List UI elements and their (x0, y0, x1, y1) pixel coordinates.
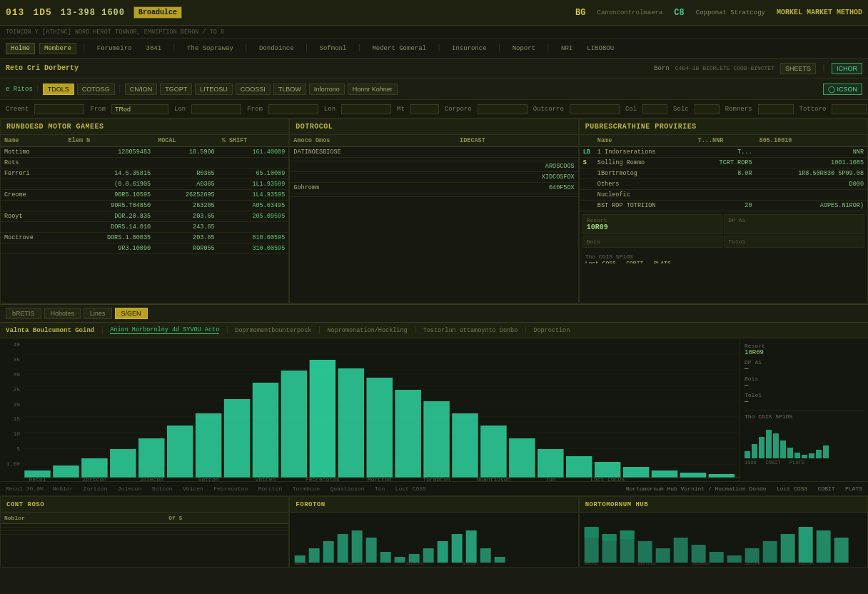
svg-text:Vbicen: Vbicen (256, 477, 276, 481)
svg-text:Zortcon: Zortcon (637, 561, 656, 566)
svg-rect-91 (798, 527, 812, 563)
nav-nri[interactable]: NRI (556, 43, 577, 54)
chart-stat3: Bois — (745, 376, 864, 389)
y-15: 15 (3, 416, 20, 422)
toolbar-btn-cotosg[interactable]: COTOSG (77, 84, 115, 95)
filter-tottoro-input[interactable] (832, 104, 867, 114)
toolbar-btn-coossi[interactable]: COOSSI (236, 84, 271, 95)
chart-label2[interactable]: Doprmomentbounterposk (235, 327, 311, 334)
born-label: Born (654, 65, 670, 72)
stat-resort: Resort 10R09 (582, 214, 723, 234)
bottom-tab-lines[interactable]: Lines (84, 308, 112, 319)
toolbar-btn-cnion[interactable]: CN/ION (125, 84, 158, 95)
filter-corporo-input[interactable] (478, 104, 528, 114)
filter-from2-input[interactable] (268, 104, 318, 114)
nav-sopraway[interactable]: The Sopraway (182, 43, 238, 54)
toolbar-btn-inform[interactable]: Inforrono (309, 84, 345, 95)
right-bottom-note: Tho COIS SP1OS Loct COSS COBIT PLATS (580, 251, 867, 263)
svg-text:Jolecon: Jolecon (405, 561, 424, 566)
svg-rect-10 (81, 458, 108, 478)
left-table-scroll[interactable]: Name Elem N MOCAL % SHIFT Mottimo1280594… (1, 135, 288, 254)
nav-sep7: | (498, 44, 502, 52)
svg-rect-53 (802, 455, 807, 458)
svg-text:Zortcon: Zortcon (348, 561, 367, 566)
bottom-tab-sgen[interactable]: S/GEN (115, 308, 148, 319)
svg-text:Morcton: Morcton (368, 477, 392, 481)
svg-rect-92 (816, 530, 830, 563)
svg-rect-56 (823, 446, 829, 458)
app-id: 013 (6, 7, 24, 18)
toolbar-btn-honnr[interactable]: Honnr Kohner (348, 84, 398, 95)
nav-noport[interactable]: Noport (508, 43, 540, 54)
bottom-left-table: Noblor Of S (1, 513, 288, 535)
svg-rect-20 (366, 378, 393, 478)
filter-romners-input[interactable] (758, 104, 794, 114)
toolbar-btn-tgopt[interactable]: TGOPT (160, 84, 192, 95)
toolbar-filter-label: e Ritos (6, 86, 33, 93)
table-row: LB 1 Indorserations T... NNR (580, 147, 867, 158)
right-table-scroll[interactable]: Name T...NNR 805.10010 LB 1 Indorseratio… (580, 135, 867, 263)
bottom-tab-hobotes[interactable]: Hobotes (44, 308, 81, 319)
nav-member[interactable]: Membere (39, 43, 76, 54)
table-row: MoctroveDORS.1.00035203.65810.00595 (1, 233, 288, 243)
nav-insuronce[interactable]: Insuronce (447, 43, 492, 54)
sheets-button[interactable]: SHEETS (780, 63, 816, 74)
svg-rect-17 (281, 371, 308, 478)
filter-col-input[interactable] (642, 104, 667, 114)
mid-col1: Amoco Omos (290, 135, 456, 147)
chart-section: Valnta Boulcumont Goind | Anion Horbornl… (0, 323, 868, 482)
filter-creent-input[interactable] (34, 104, 84, 114)
toolbar-btn-liteosu[interactable]: LITEOSU (195, 84, 233, 95)
nav-forum[interactable]: For∪meiro (92, 42, 137, 54)
nav-dondoince[interactable]: Dondoince (254, 43, 299, 54)
filter-lon-input[interactable] (191, 104, 241, 114)
bottom-right-title: Nortomornum Hub (585, 501, 649, 508)
col-mocal: MOCAL (154, 135, 218, 147)
filter-outcorro-label: Outcorro (533, 106, 564, 113)
filter-from-input[interactable] (111, 104, 168, 114)
right-col0 (580, 135, 594, 147)
svg-rect-66 (423, 548, 434, 563)
tho-cois-label: Tho COIS SP1OS (585, 253, 862, 260)
filter-outcorro-input[interactable] (570, 104, 620, 114)
filter-solc-input[interactable] (695, 104, 720, 114)
svg-rect-13 (167, 426, 193, 478)
x-label-recol: Recol 30.0% (6, 485, 44, 492)
filter-col-label: Col (625, 106, 637, 113)
nav-3841[interactable]: 3841 (141, 43, 166, 54)
svg-rect-54 (809, 453, 814, 458)
nav-libobou[interactable]: LIBOBOU (582, 43, 619, 54)
module-badge[interactable]: Broadulce (133, 6, 182, 19)
y-1: 1.00 (3, 460, 20, 467)
chart-label3[interactable]: Nopromonation/Hockling (327, 327, 407, 334)
toolbar-btn-tlbow[interactable]: TLBOW (273, 84, 306, 95)
svg-rect-85 (691, 545, 705, 563)
chart-label4[interactable]: Tostorlun ottamoynto Donbo (423, 327, 518, 334)
y-35: 35 (3, 356, 20, 363)
bottom-right-header: Nortomornum Hub (580, 497, 867, 513)
bottom-tab-bretis[interactable]: bRETIS (6, 308, 41, 319)
ichor-button[interactable]: ICHOR (832, 63, 862, 74)
nav-medert[interactable]: Medert Gomeral (367, 43, 431, 54)
toolbar-action-btn[interactable]: ◯ ICSON (823, 84, 862, 95)
chart-label1[interactable]: Anion Horbornlny 4d SYVOU Acto (110, 326, 219, 334)
svg-rect-27 (566, 456, 592, 478)
svg-rect-82 (637, 541, 652, 563)
bottom-left-title: Cont Roso (6, 501, 44, 508)
mini-chart (745, 423, 830, 458)
svg-text:Recol: Recol (29, 477, 46, 481)
left-panel-header: Runboesd Motor Gamees (1, 119, 288, 135)
nav-sofmonl[interactable]: Sofmonl (315, 43, 352, 54)
svg-text:Febrecoton: Febrecoton (306, 477, 340, 481)
svg-rect-52 (794, 453, 800, 458)
svg-rect-21 (395, 390, 421, 478)
chart-label5[interactable]: Doproction (533, 327, 570, 334)
mid-table-scroll[interactable]: Amoco Omos IDECAST DATINOESBIOSE AROSCOO… (290, 135, 577, 197)
filter-lon2-input[interactable] (341, 104, 391, 114)
table-row: DATINOESBIOSE (290, 147, 577, 158)
svg-rect-86 (709, 552, 723, 563)
nav-home[interactable]: Holme (6, 43, 35, 54)
filter-mt-input[interactable] (410, 104, 439, 114)
table-row: (0.8.61905A03651L1.93599 (1, 179, 288, 190)
toolbar-btn-tdols[interactable]: TDOLS (43, 84, 74, 95)
